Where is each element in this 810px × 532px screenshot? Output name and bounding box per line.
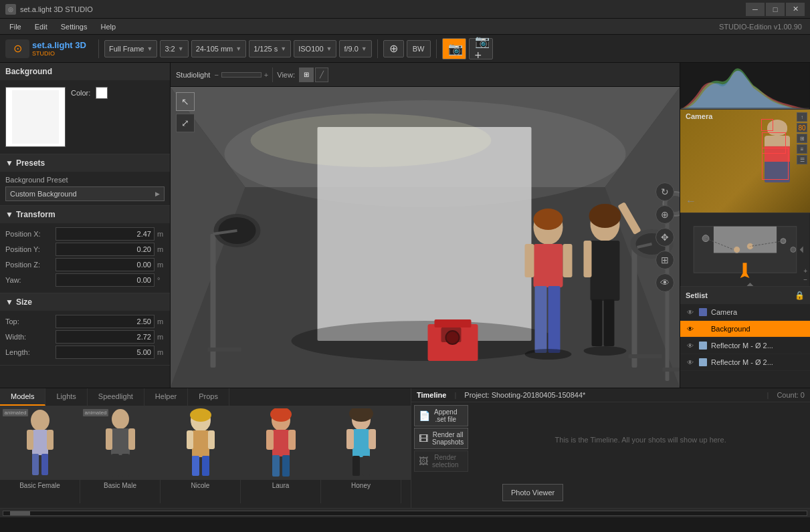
zoom-button[interactable]: ⊕ [655,205,674,224]
tab-helper[interactable]: Helper [144,388,188,406]
model-item-nicole[interactable]: Nicole [161,406,241,503]
move-tool-button[interactable]: ⤢ [176,114,195,132]
yaw-input[interactable] [56,273,155,287]
scrollbar-thumb[interactable] [10,511,30,515]
capture-button[interactable]: 📷 [442,38,466,59]
shutter-select[interactable]: 1/125 s ▼ [249,40,291,57]
camera-reset-btn[interactable]: ↑ [797,112,807,122]
timeline-count: Count: 0 [777,391,805,399]
menu-help[interactable]: Help [94,21,122,32]
grid-view-button[interactable]: ⊞ [299,68,314,82]
mini-viewport: + − [680,213,810,287]
transform-header[interactable]: ▼ Transform [0,206,170,223]
app-title: set.a.light 3D STUDIO [20,5,746,13]
menu-edit[interactable]: Edit [28,21,54,32]
zoom-in-btn[interactable]: + [803,267,807,275]
svg-rect-67 [106,428,112,450]
selection-box [762,148,789,180]
brightness-slider[interactable] [221,72,262,78]
aperture-select[interactable]: f/9.0 ▼ [339,40,371,57]
iso-select[interactable]: ISO100 ▼ [294,40,336,57]
render-selection-button[interactable]: 🖼 Render selection [414,450,468,472]
pan-button[interactable]: ✥ [655,228,674,247]
top-field: Top: m [5,315,165,328]
rotate-view-button[interactable]: ↻ [655,182,674,201]
menu-settings[interactable]: Settings [54,21,94,32]
split-view-button[interactable]: ╱ [315,68,328,82]
yaw-unit: ° [157,276,165,284]
model-item-laura[interactable]: Laura [241,406,321,503]
setlist-title: Setlist [686,291,708,299]
capture-burst-button[interactable]: 📷+ [469,38,493,59]
setlist-panel: Setlist 🔒 👁 Camera 👁 Background 👁 Reflec… [680,287,810,388]
setlist-item-camera[interactable]: 👁 Camera [680,304,810,321]
tab-props[interactable]: Props [188,388,229,406]
top-input[interactable] [56,315,155,328]
preset-dropdown[interactable]: Custom Background ▶ [5,186,165,201]
item-color-swatch [699,342,707,350]
camera-nav-left[interactable]: ← [686,195,696,207]
select-tool-button[interactable]: ↖ [176,92,195,111]
model-thumb [241,406,321,480]
position-y-input[interactable] [56,243,155,256]
position-x-input[interactable] [56,227,155,241]
minus-icon[interactable]: − [214,71,218,79]
model-item-penelope[interactable]: Penel... [401,406,411,503]
camera-icon-4[interactable]: ☰ [797,155,807,164]
logo-sub: STUDIO [32,50,86,57]
bw-button[interactable]: BW [407,40,431,57]
setlist-item-background[interactable]: 👁 Background [680,321,810,338]
frame-all-button[interactable]: ⊞ [655,251,674,269]
ratio-select[interactable]: 3:2 ▼ [160,40,188,57]
background-header: Background [0,63,170,80]
scrollbar-track[interactable] [3,511,807,516]
length-input[interactable] [56,346,155,359]
photo-viewer-button[interactable]: Photo Viewer [502,484,563,501]
minimize-button[interactable]: ─ [746,3,765,16]
setlist-item-reflector1[interactable]: 👁 Reflector M - Ø 2... [680,338,810,354]
append-set-button[interactable]: 📄 Append .set file [414,405,468,426]
camera-icon-1[interactable]: 80 [797,123,807,132]
models-tabs: Models Lights Speedlight Helper Props [0,388,411,406]
eye-icon: 👁 [686,324,695,334]
eye-button[interactable]: 👁 [655,273,674,292]
chevron-down-icon: ▼ [280,45,286,52]
svg-rect-73 [192,430,209,457]
model-item-basic-female[interactable]: animated Basic Female [0,406,80,503]
maximize-button[interactable]: □ [766,3,785,16]
camera-icon-2[interactable]: ⊞ [797,134,807,143]
close-button[interactable]: ✕ [786,3,805,16]
width-input[interactable] [56,330,155,344]
setlist-item-reflector2[interactable]: 👁 Reflector M - Ø 2... [680,354,810,371]
svg-rect-60 [32,430,48,455]
background-section: Background Color: [0,63,170,154]
position-z-label: Position Z: [5,261,56,269]
color-swatch[interactable] [96,87,108,99]
position-z-input[interactable] [56,258,155,271]
svg-rect-76 [192,456,199,476]
zoom-out-btn[interactable]: − [803,276,807,283]
tab-speedlight[interactable]: Speedlight [88,388,144,406]
logo-icon: ⊙ [5,39,29,58]
tab-lights[interactable]: Lights [45,388,87,406]
camera-select[interactable]: Full Frame ▼ [104,40,157,57]
lens-select[interactable]: 24-105 mm ▼ [191,40,247,57]
plus-icon[interactable]: + [264,71,268,79]
svg-rect-10 [208,348,241,352]
model-item-honey[interactable]: Honey [321,406,401,503]
presets-header[interactable]: ▼ Presets [0,154,170,172]
camera-icon-3[interactable]: ≡ [797,144,807,154]
model-label: Honey [349,480,373,491]
svg-point-37 [525,349,572,360]
model-thumb [321,406,401,480]
lock-icon[interactable]: 🔒 [795,291,805,300]
model-item-basic-male[interactable]: animated Basic Male [80,406,161,503]
svg-rect-84 [282,455,290,477]
light-meter-btn[interactable]: ⊕ [383,40,404,57]
render-all-button[interactable]: 🎞 Render all Snapshots [414,428,468,449]
svg-rect-47 [714,227,777,253]
tab-models[interactable]: Models [0,388,45,406]
menu-file[interactable]: File [3,21,28,32]
size-header[interactable]: ▼ Size [0,293,170,311]
svg-point-7 [251,114,492,167]
